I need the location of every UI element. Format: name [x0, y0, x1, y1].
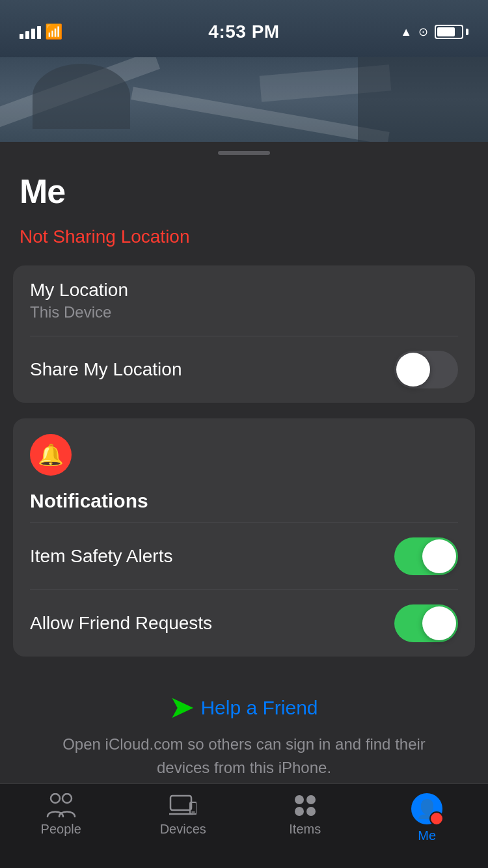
signal-bars-icon: [20, 25, 41, 39]
svg-rect-2: [170, 796, 191, 810]
main-content: Me Not Sharing Location My Location This…: [0, 142, 488, 868]
tab-items[interactable]: Items: [244, 793, 366, 837]
battery-icon: [435, 25, 468, 39]
item-safety-label: Item Safety Alerts: [30, 546, 172, 567]
share-location-row: Share My Location: [13, 336, 475, 403]
screen-record-icon: ⊙: [418, 25, 428, 39]
items-tab-label: Items: [289, 822, 321, 837]
green-arrow-icon: ➤: [170, 692, 193, 724]
devices-tab-label: Devices: [160, 822, 206, 837]
battery-tip: [466, 29, 468, 35]
notifications-card: 🔔 Notifications Item Safety Alerts Allow…: [13, 418, 475, 657]
my-location-label: My Location: [30, 280, 458, 301]
map-silhouette: [33, 64, 130, 129]
page-title: Me: [20, 172, 468, 211]
tab-people[interactable]: People: [0, 793, 122, 837]
help-link-text[interactable]: Help a Friend: [200, 697, 318, 719]
wifi-icon: 📶: [45, 23, 62, 40]
allow-friend-requests-toggle[interactable]: [394, 604, 458, 642]
item-safety-toggle[interactable]: [394, 537, 458, 575]
map-road-2: [131, 87, 389, 142]
help-link-row[interactable]: ➤ Help a Friend: [170, 692, 318, 724]
my-location-row: My Location This Device: [13, 265, 475, 336]
allow-friend-requests-toggle-knob: [422, 606, 456, 640]
notification-icon-circle: 🔔: [30, 434, 72, 476]
allow-friend-requests-row: Allow Friend Requests: [13, 590, 475, 657]
location-card: My Location This Device Share My Locatio…: [13, 265, 475, 403]
sharing-status-area: Not Sharing Location: [0, 226, 488, 265]
item-safety-toggle-knob: [422, 539, 456, 573]
people-tab-label: People: [41, 822, 81, 837]
this-device-label: This Device: [30, 303, 458, 321]
devices-icon: [169, 793, 197, 818]
sheet-handle-area: [0, 142, 488, 160]
location-arrow-icon: ▲: [400, 25, 412, 39]
allow-friend-requests-label: Allow Friend Requests: [30, 613, 212, 634]
share-location-label: Share My Location: [30, 359, 182, 380]
help-description: Open iCloud.com so others can sign in an…: [55, 733, 433, 780]
signal-bar-1: [20, 34, 23, 39]
tab-me[interactable]: 👤 Me: [366, 793, 489, 843]
svg-point-7: [306, 795, 316, 804]
me-avatar-container: 👤: [411, 793, 442, 824]
map-background: [0, 57, 488, 142]
svg-point-8: [295, 807, 304, 816]
share-location-toggle-knob: [396, 353, 430, 387]
page-title-area: Me: [0, 160, 488, 226]
help-section: ➤ Help a Friend Open iCloud.com so other…: [0, 672, 488, 793]
notifications-label: Notifications: [13, 485, 475, 522]
share-location-toggle[interactable]: [394, 351, 458, 388]
me-tab-label: Me: [418, 828, 436, 843]
status-bar-left: 📶: [20, 23, 62, 40]
svg-point-9: [306, 807, 316, 816]
battery-body: [435, 25, 463, 39]
status-bar-right: ▲ ⊙: [400, 25, 468, 39]
people-icon: [46, 793, 76, 818]
signal-bar-2: [25, 31, 29, 39]
notification-icon-area: 🔔: [13, 418, 475, 485]
status-time: 4:53 PM: [208, 21, 279, 42]
tab-devices[interactable]: Devices: [122, 793, 245, 837]
signal-bar-4: [37, 26, 41, 39]
sheet-handle: [218, 151, 270, 155]
not-sharing-status: Not Sharing Location: [20, 226, 190, 247]
svg-point-0: [51, 794, 60, 803]
bell-icon: 🔔: [38, 442, 64, 467]
svg-point-6: [295, 795, 304, 804]
map-overlay: [358, 57, 488, 142]
svg-point-1: [62, 794, 72, 803]
items-icon: [293, 793, 318, 818]
tab-bar: People Devices Items 👤 Me: [0, 783, 488, 868]
signal-bar-3: [31, 29, 35, 39]
status-bar: 📶 4:53 PM ▲ ⊙: [0, 0, 488, 57]
item-safety-row: Item Safety Alerts: [13, 523, 475, 590]
me-notification-badge: [429, 811, 444, 826]
battery-fill: [437, 27, 455, 36]
